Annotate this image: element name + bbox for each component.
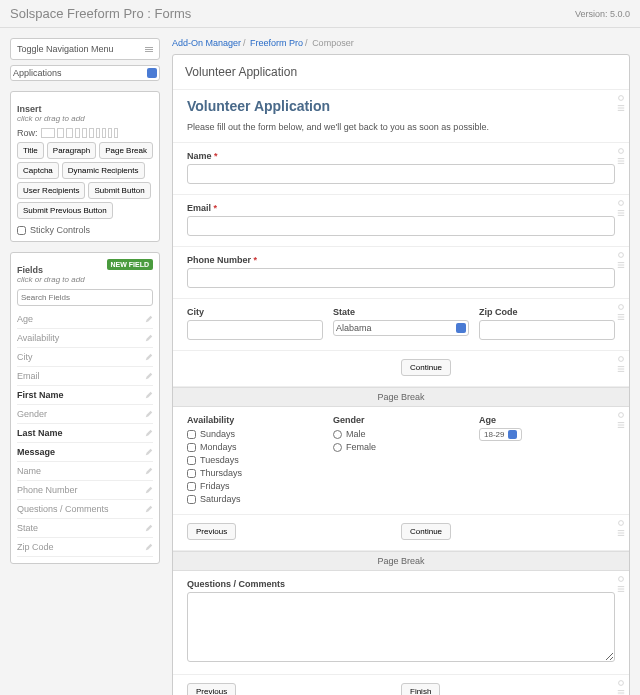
nav-block-2[interactable]: Previous Finish (173, 675, 629, 695)
edit-icon[interactable] (145, 315, 153, 323)
drag-icon[interactable] (617, 313, 625, 321)
gear-icon[interactable] (617, 679, 625, 687)
insert-page-break-button[interactable]: Page Break (99, 142, 153, 159)
field-item[interactable]: State (17, 519, 153, 538)
field-item[interactable]: Gender (17, 405, 153, 424)
phone-block[interactable]: Phone Number * (173, 247, 629, 299)
toggle-nav-button[interactable]: Toggle Navigation Menu (10, 38, 160, 60)
edit-icon[interactable] (145, 505, 153, 513)
insert-submit-button-button[interactable]: Submit Button (88, 182, 150, 199)
field-item[interactable]: Message (17, 443, 153, 462)
gear-icon[interactable] (617, 199, 625, 207)
details-block[interactable]: Availability SundaysMondaysTuesdaysThurs… (173, 407, 629, 515)
svg-point-5 (619, 357, 624, 362)
sticky-controls-checkbox[interactable]: Sticky Controls (17, 225, 153, 235)
nav-block-1[interactable]: Previous Continue (173, 515, 629, 551)
insert-captcha-button[interactable]: Captcha (17, 162, 59, 179)
field-item[interactable]: First Name (17, 386, 153, 405)
edit-icon[interactable] (145, 334, 153, 342)
gear-icon[interactable] (617, 519, 625, 527)
crumb-composer: Composer (312, 38, 354, 48)
title-block[interactable]: Volunteer Application Please fill out th… (173, 90, 629, 143)
gear-icon[interactable] (617, 411, 625, 419)
name-block[interactable]: Name * (173, 143, 629, 195)
zip-input[interactable] (479, 320, 615, 340)
drag-icon[interactable] (617, 365, 625, 373)
field-item[interactable]: Age (17, 310, 153, 329)
drag-icon[interactable] (617, 585, 625, 593)
insert-submit-previous-button-button[interactable]: Submit Previous Button (17, 202, 113, 219)
drag-icon[interactable] (617, 157, 625, 165)
gear-icon[interactable] (617, 147, 625, 155)
day-option[interactable]: Fridays (187, 481, 323, 491)
day-option[interactable]: Tuesdays (187, 455, 323, 465)
gear-icon[interactable] (617, 303, 625, 311)
questions-block[interactable]: Questions / Comments (173, 571, 629, 675)
insert-title-button[interactable]: Title (17, 142, 44, 159)
field-item[interactable]: Last Name (17, 424, 153, 443)
age-select[interactable]: 18-29 (479, 428, 522, 441)
insert-panel: Insert click or drag to add Row: TitlePa… (10, 91, 160, 242)
state-select[interactable]: Alabama (333, 320, 469, 336)
field-item[interactable]: Phone Number (17, 481, 153, 500)
edit-icon[interactable] (145, 543, 153, 551)
edit-icon[interactable] (145, 448, 153, 456)
edit-icon[interactable] (145, 372, 153, 380)
field-item[interactable]: Email (17, 367, 153, 386)
new-field-button[interactable]: NEW FIELD (107, 259, 154, 270)
day-option[interactable]: Sundays (187, 429, 323, 439)
section-select[interactable]: Applications (10, 65, 160, 81)
questions-textarea[interactable] (187, 592, 615, 662)
insert-user-recipients-button[interactable]: User Recipients (17, 182, 85, 199)
email-block[interactable]: Email * (173, 195, 629, 247)
email-input[interactable] (187, 216, 615, 236)
day-option[interactable]: Thursdays (187, 468, 323, 478)
svg-point-8 (619, 577, 624, 582)
gear-icon[interactable] (617, 355, 625, 363)
gear-icon[interactable] (617, 251, 625, 259)
edit-icon[interactable] (145, 486, 153, 494)
day-option[interactable]: Saturdays (187, 494, 323, 504)
crumb-freeform[interactable]: Freeform Pro (250, 38, 303, 48)
crumb-addon[interactable]: Add-On Manager (172, 38, 241, 48)
field-item[interactable]: City (17, 348, 153, 367)
city-input[interactable] (187, 320, 323, 340)
svg-point-2 (619, 201, 624, 206)
drag-icon[interactable] (617, 104, 625, 112)
edit-icon[interactable] (145, 524, 153, 532)
address-block[interactable]: City StateAlabama Zip Code (173, 299, 629, 351)
field-item[interactable]: Availability (17, 329, 153, 348)
edit-icon[interactable] (145, 429, 153, 437)
name-input[interactable] (187, 164, 615, 184)
day-option[interactable]: Mondays (187, 442, 323, 452)
previous-button[interactable]: Previous (187, 523, 236, 540)
drag-icon[interactable] (617, 261, 625, 269)
row-layout-picker[interactable] (41, 128, 118, 138)
fields-panel: Fields click or drag to add NEW FIELD Ag… (10, 252, 160, 564)
field-item[interactable]: Zip Code (17, 538, 153, 557)
edit-icon[interactable] (145, 391, 153, 399)
gender-option[interactable]: Female (333, 442, 469, 452)
svg-point-1 (619, 149, 624, 154)
drag-icon[interactable] (617, 529, 625, 537)
edit-icon[interactable] (145, 353, 153, 361)
edit-icon[interactable] (145, 410, 153, 418)
search-fields-input[interactable] (17, 289, 153, 306)
drag-icon[interactable] (617, 209, 625, 217)
gear-icon[interactable] (617, 575, 625, 583)
gender-option[interactable]: Male (333, 429, 469, 439)
edit-icon[interactable] (145, 467, 153, 475)
field-item[interactable]: Questions / Comments (17, 500, 153, 519)
field-item[interactable]: Name (17, 462, 153, 481)
drag-icon[interactable] (617, 421, 625, 429)
continue-block[interactable]: Continue (173, 351, 629, 387)
gear-icon[interactable] (617, 94, 625, 102)
insert-dynamic-recipients-button[interactable]: Dynamic Recipients (62, 162, 145, 179)
finish-button[interactable]: Finish (401, 683, 440, 695)
insert-paragraph-button[interactable]: Paragraph (47, 142, 96, 159)
continue-button[interactable]: Continue (401, 359, 451, 376)
continue-button[interactable]: Continue (401, 523, 451, 540)
previous-button[interactable]: Previous (187, 683, 236, 695)
phone-input[interactable] (187, 268, 615, 288)
drag-icon[interactable] (617, 689, 625, 695)
